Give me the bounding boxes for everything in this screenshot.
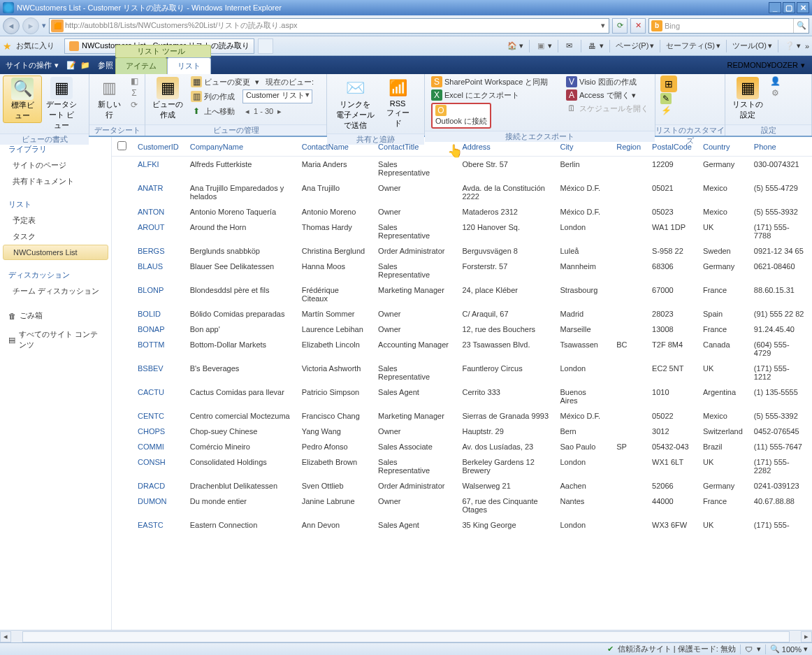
ql-shared-docs[interactable]: 共有ドキュメント (0, 173, 111, 189)
new-row-button[interactable]: ▥ 新しい行 (92, 75, 126, 122)
close-button[interactable]: ✕ (797, 2, 809, 13)
visio-button[interactable]: Visio 図面の作成 (579, 77, 637, 87)
stop-button[interactable]: ✕ (630, 18, 646, 34)
back-button[interactable]: ◄ (3, 17, 20, 34)
list-settings-button[interactable]: ▦ リストの 設定 (728, 75, 767, 122)
table-row[interactable]: BERGSBerglunds snabbköpChristina Berglun… (112, 243, 812, 259)
maximize-button[interactable]: ▢ (783, 2, 795, 13)
search-button[interactable]: 🔍 (793, 19, 809, 33)
cell-customerid[interactable]: DRACD (132, 478, 184, 494)
scroll-left-icon[interactable]: ◂ (0, 631, 11, 642)
ql-site-pages[interactable]: サイトのページ (0, 157, 111, 173)
cell-customerid[interactable]: ANTON (132, 204, 184, 219)
mail-button[interactable]: ✉ (561, 38, 578, 54)
table-row[interactable]: ANTONAntonio Moreno TaqueríaAntonio More… (112, 204, 812, 219)
security-zone-label[interactable]: 信頼済みサイト | 保護モード: 無効 (618, 644, 736, 654)
cell-customerid[interactable]: COMMI (132, 439, 184, 454)
home-button[interactable]: 🏠▾ (504, 38, 526, 54)
ql-lists-header[interactable]: リスト (0, 196, 111, 213)
safety-menu[interactable]: セーフティ(S) ▾ (663, 38, 723, 54)
col-country[interactable]: Country (697, 137, 748, 157)
user-dropdown-icon[interactable]: ▾ (801, 61, 805, 70)
cell-customerid[interactable]: DUMON (132, 494, 184, 517)
table-row[interactable]: DUMONDu monde entierJanine LabruneOwner6… (112, 494, 812, 517)
cell-customerid[interactable]: CHOPS (132, 424, 184, 439)
col-region[interactable]: Region (611, 137, 646, 157)
site-actions-menu[interactable]: サイトの操作 ▾ (0, 56, 64, 74)
refresh-button[interactable]: ⟳ (612, 18, 628, 34)
sync-workspace-button[interactable]: SharePoint Workspace と同期 (444, 77, 548, 87)
scroll-right-icon[interactable]: ▸ (801, 631, 812, 642)
table-row[interactable]: BSBEVB's BeveragesVictoria AshworthSales… (112, 361, 812, 384)
search-box[interactable]: b Bing 🔍 (648, 18, 809, 34)
create-column-button[interactable]: 列の作成 (204, 92, 235, 102)
standard-view-button[interactable]: 🔍 標準ビュー (3, 75, 42, 123)
new-quick-step-icon[interactable]: ⚡ (660, 105, 672, 116)
table-row[interactable]: ALFKIAlfreds FutterkisteMaria AndersSale… (112, 157, 812, 181)
col-postalcode[interactable]: PostalCode (646, 137, 697, 157)
cell-customerid[interactable]: BONAP (132, 322, 184, 337)
navigate-up-icon[interactable]: 📁 (78, 58, 92, 72)
cell-customerid[interactable]: BLAUS (132, 259, 184, 282)
forward-button[interactable]: ► (22, 17, 39, 34)
favorites-star-icon[interactable]: ★ (3, 41, 12, 52)
edit-page-icon[interactable]: 📝 (64, 58, 78, 72)
cell-customerid[interactable]: ANATR (132, 180, 184, 204)
new-tab-button[interactable] (258, 38, 273, 54)
email-link-button[interactable]: ✉️ リンクを 電子メールで送信 (330, 75, 380, 132)
cell-customerid[interactable]: CACTU (132, 384, 184, 408)
page-menu[interactable]: ページ(P) ▾ (613, 38, 658, 54)
table-row[interactable]: CHOPSChop-suey ChineseYang WangOwnerHaup… (112, 424, 812, 439)
ql-team-discussion[interactable]: チーム ディスカッション (0, 283, 111, 299)
export-excel-button[interactable]: Excel にエクスポート (444, 90, 519, 101)
col-contacttitle[interactable]: ContactTitle (372, 137, 456, 157)
cell-customerid[interactable]: EASTC (132, 517, 184, 533)
table-row[interactable]: BOTTMBottom-Dollar MarketsElizabeth Linc… (112, 337, 812, 361)
page-prev-icon[interactable]: ◂ (245, 107, 249, 116)
table-row[interactable]: COMMIComércio MineiroPedro AfonsoSales A… (112, 439, 812, 454)
ql-recycle-bin[interactable]: 🗑ごみ箱 (0, 306, 111, 325)
table-row[interactable]: CONSHConsolidated HoldingsElizabeth Brow… (112, 454, 812, 478)
table-row[interactable]: AROUTAround the HornThomas HardySales Re… (112, 219, 812, 243)
table-row[interactable]: BLONPBlondesddsl père et filsFrédérique … (112, 282, 812, 306)
cell-customerid[interactable]: ALFKI (132, 157, 184, 181)
table-row[interactable]: ANATRAna Trujillo Emparedados y heladosA… (112, 180, 812, 204)
table-row[interactable]: EASTCEastern ConnectionAnn DevonSales Ag… (112, 517, 812, 533)
page-next-icon[interactable]: ▸ (277, 107, 282, 116)
connect-outlook-button[interactable]: O Outlook に接続 (431, 103, 491, 129)
view-selector[interactable]: Customer リスト (242, 89, 312, 103)
navigate-up-button[interactable]: 上へ移動 (204, 106, 235, 117)
datasheet-view-button[interactable]: ▦ データシート ビュー (42, 75, 81, 132)
print-button[interactable]: 🖶▾ (584, 38, 607, 54)
address-bar[interactable]: 🟧 http://autobbl18/Lists/NWCustomers%20L… (49, 18, 609, 34)
cell-customerid[interactable]: BOTTM (132, 337, 184, 361)
user-label[interactable]: REDMOND¥DOZER (727, 61, 798, 69)
col-phone[interactable]: Phone (748, 137, 812, 157)
zoom-control[interactable]: 🔍 100% ▾ (770, 645, 808, 654)
cell-customerid[interactable]: AROUT (132, 219, 184, 243)
table-row[interactable]: CENTCCentro comercial MoctezumaFrancisco… (112, 408, 812, 424)
table-row[interactable]: BONAPBon app'Laurence LebihanOwner12, ru… (112, 322, 812, 337)
col-address[interactable]: Address (456, 137, 554, 157)
workflow-settings-icon[interactable]: ⚙ (769, 87, 781, 99)
help-button[interactable]: ❔▾ (781, 38, 804, 54)
ql-all-content[interactable]: ▤すべてのサイト コンテンツ (0, 325, 111, 354)
access-button[interactable]: Access で開く (579, 90, 630, 101)
list-permissions-icon[interactable]: 👤 (769, 75, 781, 87)
nav-dropdown-icon[interactable]: ▾ (42, 21, 46, 30)
protected-mode-icon[interactable]: 🛡 (745, 645, 753, 654)
ql-nwcustomers[interactable]: NWCustomers List (3, 245, 108, 260)
cell-customerid[interactable]: BOLID (132, 306, 184, 322)
cell-customerid[interactable]: CONSH (132, 454, 184, 478)
url-dropdown-icon[interactable]: ▾ (597, 21, 609, 30)
schedule-button[interactable]: スケジュールを開く (579, 103, 648, 114)
select-all-checkbox[interactable] (117, 141, 126, 150)
create-view-button[interactable]: ▦ ビューの作成 (148, 75, 187, 122)
col-contactname[interactable]: ContactName (296, 137, 372, 157)
modify-view-button[interactable]: ビューの変更 (204, 77, 250, 87)
table-row[interactable]: CACTUCactus Comidas para llevarPatricio … (112, 384, 812, 408)
tab-list[interactable]: リスト (167, 57, 211, 74)
minimize-button[interactable]: _ (769, 2, 781, 13)
show-totals-icon[interactable]: Σ (129, 87, 140, 99)
refresh-data-icon[interactable]: ⟳ (129, 99, 140, 110)
